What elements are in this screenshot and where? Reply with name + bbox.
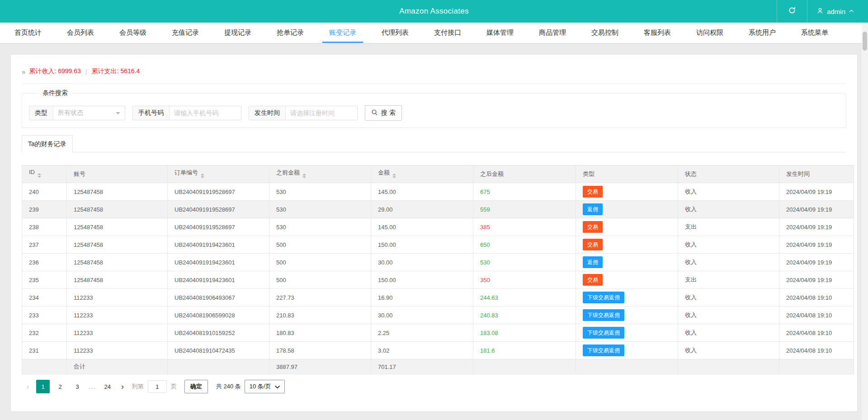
cell-account: 125487458 xyxy=(67,218,168,236)
table-row: 234112233UB2404081906493067227.7316.9024… xyxy=(22,289,854,307)
cell-after-amount: 650 xyxy=(473,236,576,254)
nav-item-16[interactable]: 系统菜单 xyxy=(788,23,841,43)
cell-status: 收入 xyxy=(678,236,779,254)
cell-id: 233 xyxy=(22,307,67,324)
refresh-icon xyxy=(788,6,796,16)
phone-label: 手机号码 xyxy=(133,106,170,120)
total-income: 累计收入:6999.63 xyxy=(29,67,81,76)
goto-page-input[interactable] xyxy=(148,380,167,393)
type-label: 类型 xyxy=(29,106,53,120)
type-select[interactable]: 所有状态 xyxy=(53,106,125,120)
cell-account: 112233 xyxy=(67,289,168,307)
page-button-1[interactable]: 1 xyxy=(36,380,50,393)
cell-time: 2024/04/08 19:10 xyxy=(779,342,854,359)
column-header[interactable]: ID xyxy=(22,165,67,183)
search-button[interactable]: 搜 索 xyxy=(365,105,402,121)
page-button-3[interactable]: 3 xyxy=(71,380,84,393)
confirm-page-button[interactable]: 确定 xyxy=(184,380,208,393)
column-header: 类型 xyxy=(576,165,678,183)
next-page-button[interactable]: › xyxy=(116,380,129,393)
cell-time: 2024/04/09 19:19 xyxy=(779,254,854,271)
time-input[interactable] xyxy=(286,106,357,120)
cell-after-amount: 244.63 xyxy=(473,289,576,307)
nav-item-14[interactable]: 访问权限 xyxy=(684,23,736,43)
stats-bar: » 累计收入:6999.63 | 累计支出:5616.4 xyxy=(22,67,846,76)
cell-amount: 30.00 xyxy=(371,307,473,324)
nav-item-5[interactable]: 提现记录 xyxy=(212,23,264,43)
scrollbar-track[interactable] xyxy=(862,23,868,420)
cell-status: 收入 xyxy=(678,307,779,324)
nav-item-15[interactable]: 系统用户 xyxy=(736,23,788,43)
nav-item-12[interactable]: 交易控制 xyxy=(579,23,631,43)
cell-type: 交易 xyxy=(576,183,678,201)
cell-order-no: UB2404091919528697 xyxy=(168,201,269,218)
sort-icon[interactable] xyxy=(38,171,41,179)
nav-item-6[interactable]: 抢单记录 xyxy=(264,23,316,43)
prev-page-button[interactable]: ‹ xyxy=(22,380,34,393)
refresh-button[interactable] xyxy=(777,0,807,23)
cell-before-amount: 178.58 xyxy=(269,342,371,359)
cell-time: 2024/04/09 19:19 xyxy=(779,236,854,254)
column-header[interactable]: 金额 xyxy=(371,165,473,183)
sort-icon[interactable] xyxy=(392,172,396,180)
cell-before-amount: 500 xyxy=(269,236,371,254)
nav-item-2[interactable]: 会员列表 xyxy=(54,23,107,43)
chevron-up-icon xyxy=(849,8,854,15)
cell-order-no: UB2404091919423601 xyxy=(168,271,269,289)
cell-order-no: UB2404081910159252 xyxy=(168,324,269,342)
nav-item-10[interactable]: 媒体管理 xyxy=(474,23,526,43)
cell-amount: 16.90 xyxy=(371,289,473,307)
nav-item-1[interactable]: 首页统计 xyxy=(2,23,54,43)
nav-item-8[interactable]: 代理列表 xyxy=(369,23,421,43)
type-badge: 交易 xyxy=(583,221,603,233)
type-badge: 返佣 xyxy=(583,256,603,268)
page-ellipsis: ... xyxy=(89,383,96,390)
cell-time: 2024/04/09 19:19 xyxy=(779,218,854,236)
cell-id: 240 xyxy=(22,183,67,201)
sort-icon[interactable] xyxy=(201,172,204,180)
page-button-24[interactable]: 24 xyxy=(101,380,114,393)
total-row: 合计 3887.97 701.17 xyxy=(22,359,854,374)
tab-financial-records[interactable]: Ta的财务记录 xyxy=(22,135,73,152)
nav-item-7[interactable]: 账变记录 xyxy=(316,23,369,43)
cell-account: 125487458 xyxy=(67,201,168,218)
cell-order-no: UB2404081910472435 xyxy=(168,342,269,359)
cell-time: 2024/04/09 19:19 xyxy=(779,183,854,201)
records-table: ID账号订单编号之前金额金额之后金额类型状态发生时间 240125487458U… xyxy=(22,165,854,374)
phone-input[interactable] xyxy=(170,106,241,120)
cell-status: 支出 xyxy=(678,218,779,236)
nav-item-13[interactable]: 客服列表 xyxy=(631,23,684,43)
cell-id: 235 xyxy=(22,271,67,289)
cell-type: 交易 xyxy=(576,218,678,236)
app-header: Amazon Associates admin xyxy=(0,0,868,23)
sort-icon[interactable] xyxy=(302,172,306,180)
cell-before-amount: 530 xyxy=(269,201,371,218)
column-header: 账号 xyxy=(67,165,168,183)
cell-amount: 2.25 xyxy=(371,324,473,342)
type-badge: 下级交易返佣 xyxy=(583,309,624,321)
cell-amount: 3.02 xyxy=(371,342,473,359)
page-size-select[interactable]: 10 条/页 xyxy=(245,380,285,393)
table-row: 233112233UB2404081906599028210.8330.0024… xyxy=(22,307,854,324)
total-before-amount: 3887.97 xyxy=(269,359,371,374)
cell-after-amount: 559 xyxy=(473,201,576,218)
nav-item-3[interactable]: 会员等级 xyxy=(107,23,159,43)
nav-item-11[interactable]: 商品管理 xyxy=(526,23,579,43)
header-actions: admin xyxy=(777,0,868,23)
goto-label: 到第 xyxy=(132,382,144,391)
page-content: » 累计收入:6999.63 | 累计支出:5616.4 条件搜索 类型 所有状… xyxy=(0,43,868,411)
user-menu[interactable]: admin xyxy=(807,0,868,23)
cell-amount: 29.00 xyxy=(371,201,473,218)
scrollbar-thumb[interactable] xyxy=(863,32,867,51)
nav-item-9[interactable]: 支付接口 xyxy=(421,23,474,43)
cell-status: 收入 xyxy=(678,324,779,342)
total-label: 合计 xyxy=(67,359,168,374)
column-header[interactable]: 订单编号 xyxy=(168,165,269,183)
page-button-2[interactable]: 2 xyxy=(53,380,67,393)
column-header[interactable]: 之前金额 xyxy=(269,165,371,183)
main-nav: 首页统计会员列表会员等级充值记录提现记录抢单记录账变记录代理列表支付接口媒体管理… xyxy=(0,23,868,43)
search-icon xyxy=(371,109,378,117)
nav-item-4[interactable]: 充值记录 xyxy=(159,23,212,43)
table-row: 237125487458UB2404091919423601500150.006… xyxy=(22,236,854,254)
cell-before-amount: 530 xyxy=(269,183,371,201)
